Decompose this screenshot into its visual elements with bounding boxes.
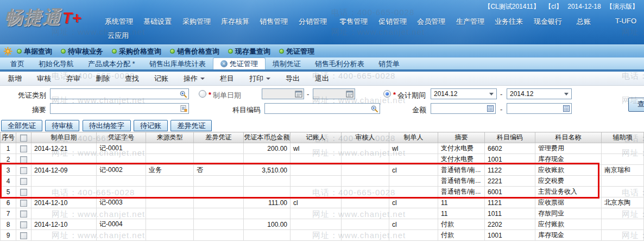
table-row: 12014-12-21记-0001200.00wlwl支付水电费6602管理费用: [1, 143, 644, 154]
menu-member[interactable]: 会员管理: [417, 17, 445, 27]
menu-retail[interactable]: 零售管理: [339, 17, 368, 27]
export-button[interactable]: 导出: [278, 74, 307, 84]
tab-fill-voucher[interactable]: 填制凭证: [266, 58, 308, 69]
viewtab-pending-cashier-sign[interactable]: 待出纳签字: [83, 120, 131, 131]
green-dot-icon: [61, 49, 66, 54]
tab-sales-order[interactable]: 销货单: [371, 58, 407, 69]
cell-auditor: [342, 176, 389, 187]
post-button[interactable]: 记账: [147, 74, 176, 84]
menu-purchase[interactable]: 采购管理: [182, 17, 211, 27]
cell-voucher-no: 记-0002: [97, 165, 146, 176]
period-from-select[interactable]: 2014.12: [431, 88, 497, 99]
account-code-input[interactable]: [264, 103, 380, 114]
cell-aux: [602, 230, 644, 241]
tab-home[interactable]: 首页: [3, 58, 31, 69]
print-menu-button[interactable]: 打印: [242, 74, 278, 84]
viewtab-pending-audit[interactable]: 待审核: [45, 120, 79, 131]
menu-promotion[interactable]: 促销管理: [378, 17, 407, 27]
search-plus-icon[interactable]: [179, 90, 187, 100]
quicklink-stock-query[interactable]: 现存量查询: [228, 47, 270, 56]
doc-date-to-input[interactable]: [313, 88, 355, 99]
menu-general-ledger[interactable]: 总账: [577, 17, 591, 27]
table-row: 7111011存放同业: [1, 208, 644, 219]
cell-bookkeeper: [291, 208, 342, 219]
cell-summary: 11: [438, 197, 485, 208]
green-dot-icon: [228, 49, 233, 54]
viewtab-all-vouchers[interactable]: 全部凭证: [1, 120, 42, 131]
menu-cloud-app[interactable]: 云应用: [108, 31, 129, 41]
row-checkbox[interactable]: [20, 200, 27, 207]
quicklink-sales-price[interactable]: 销售价格查询: [170, 47, 219, 56]
cell-account-name: 应收票据: [535, 197, 602, 208]
cell-account-name: 存放同业: [535, 208, 602, 219]
menu-business[interactable]: 业务往来: [495, 17, 523, 27]
tab-gross-profit[interactable]: 销售毛利分析表: [308, 58, 371, 69]
document-icon[interactable]: [180, 105, 187, 114]
cell-seq: 1: [1, 143, 16, 154]
tab-sales-outbound-stats[interactable]: 销售出库单统计表: [142, 58, 213, 69]
col-aux: 辅助项: [602, 132, 644, 143]
quicklink-purchase-price[interactable]: 采购价格查询: [112, 47, 161, 56]
tab-product-cost[interactable]: 产品成本分配 *: [81, 58, 142, 69]
quicklink-doc-query[interactable]: 单据查询: [17, 47, 52, 56]
tab-init-nav[interactable]: 初始化导航: [31, 58, 81, 69]
unaudit-button[interactable]: 弃审: [59, 74, 88, 84]
cell-amount: 111.00: [244, 197, 291, 208]
row-checkbox[interactable]: [20, 210, 27, 218]
tab-close-icon[interactable]: [220, 60, 228, 67]
menu-system[interactable]: 系统管理: [105, 17, 133, 27]
row-checkbox[interactable]: [20, 145, 27, 152]
calendar-icon[interactable]: [346, 90, 353, 99]
exit-button[interactable]: 退出: [307, 74, 337, 84]
delete-button[interactable]: 删除: [88, 74, 117, 84]
cell-account-name: 主营业务收入: [535, 187, 602, 197]
viewtab-diff-vouchers[interactable]: 差异凭证: [171, 120, 212, 131]
menu-cash-bank[interactable]: 现金银行: [534, 17, 562, 27]
menu-t-ufo[interactable]: T-UFO: [615, 17, 636, 25]
search-plus-icon[interactable]: [370, 105, 378, 114]
calculator-icon[interactable]: [487, 105, 494, 114]
row-checkbox[interactable]: [20, 189, 27, 196]
audit-button[interactable]: 审核: [29, 74, 59, 84]
calculator-icon[interactable]: [563, 105, 570, 114]
cell-seq: 8: [1, 219, 16, 230]
menu-sales[interactable]: 销售管理: [260, 17, 288, 27]
quicklink-pending-audit[interactable]: 待审核业务: [61, 47, 103, 56]
row-checkbox[interactable]: [20, 221, 27, 228]
menu-production[interactable]: 生产管理: [456, 17, 484, 27]
viewtab-pending-post[interactable]: 待记账: [134, 120, 168, 131]
row-checkbox[interactable]: [20, 167, 27, 174]
gear-icon[interactable]: [3, 47, 12, 56]
voucher-type-input[interactable]: [50, 88, 189, 99]
cell-account-code: 6602: [485, 143, 535, 154]
row-checkbox[interactable]: [20, 156, 27, 163]
row-checkbox[interactable]: [20, 232, 27, 239]
find-button[interactable]: 查找: [117, 74, 147, 84]
calendar-icon[interactable]: [295, 90, 302, 99]
period-radio[interactable]: [383, 90, 391, 98]
menu-distribution[interactable]: 分销管理: [299, 17, 327, 27]
amount-to-input[interactable]: [507, 103, 572, 114]
menu-basic-settings[interactable]: 基础设置: [143, 17, 172, 27]
amount-from-input[interactable]: [431, 103, 496, 114]
new-button[interactable]: 新增: [0, 74, 29, 84]
chevron-down-icon: [200, 78, 205, 80]
doc-date-radio[interactable]: [199, 90, 206, 98]
tab-voucher-mgmt[interactable]: 凭证管理: [213, 58, 266, 69]
row-checkbox[interactable]: [20, 178, 27, 185]
select-all-checkbox[interactable]: [20, 135, 27, 142]
period-to-select[interactable]: 2014.12: [507, 88, 572, 99]
search-button[interactable]: 查询: [628, 98, 644, 112]
cell-amount: 200.00: [244, 143, 291, 154]
cell-seq: 3: [1, 165, 16, 176]
cell-summary: 普通销售/南...: [438, 165, 485, 176]
doc-date-from-input[interactable]: [262, 88, 304, 99]
cell-seq: 9: [1, 230, 16, 241]
summary-input[interactable]: [50, 103, 189, 114]
quicklink-voucher-mgmt[interactable]: 凭证管理: [279, 47, 314, 56]
cell-auditor: [342, 165, 389, 176]
cell-maker: cl: [389, 165, 438, 176]
columns-button[interactable]: 栏目: [212, 74, 242, 84]
menu-inventory[interactable]: 库存核算: [221, 17, 249, 27]
operation-menu-button[interactable]: 操作: [176, 74, 212, 84]
